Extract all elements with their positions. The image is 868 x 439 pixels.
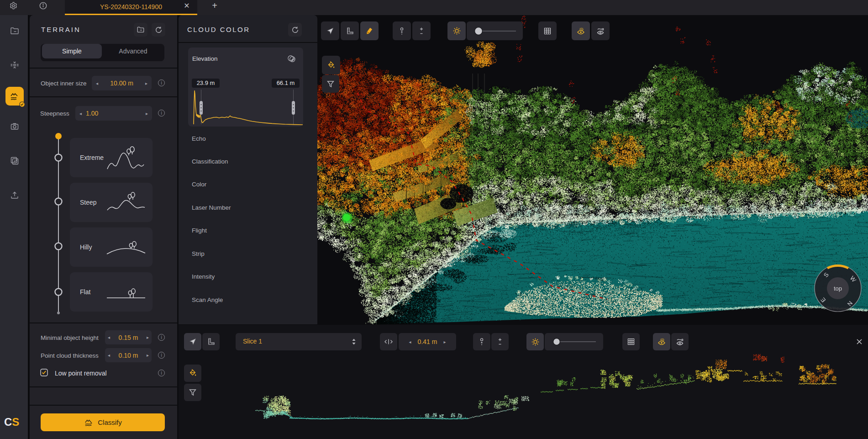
svg-text:top: top <box>834 285 842 292</box>
